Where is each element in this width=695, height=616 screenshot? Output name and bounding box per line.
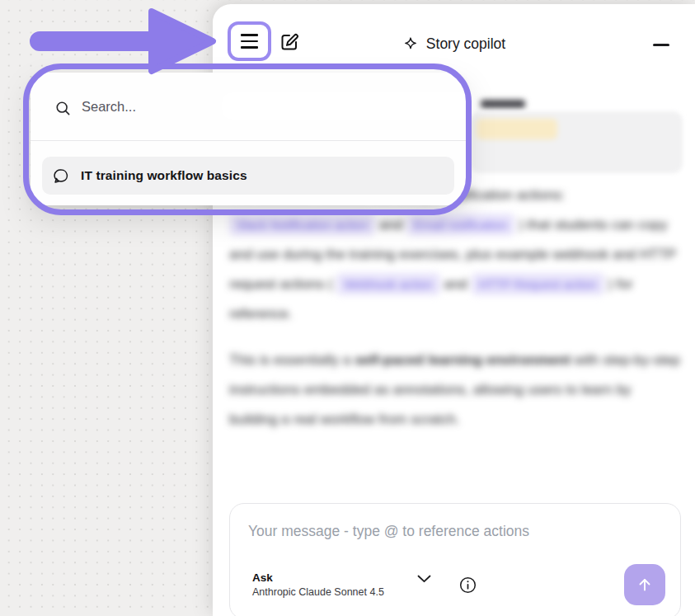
action-reference-chip[interactable]: Webhook action [336, 273, 439, 295]
user-message-bubble [470, 111, 683, 173]
sparkle-icon [402, 36, 419, 53]
paragraph-text: and [375, 217, 406, 233]
minimize-icon[interactable] [653, 44, 669, 46]
model-selector[interactable]: Ask Anthropic Claude Sonnet 4.5 [252, 571, 384, 598]
arrow-up-icon [636, 576, 654, 594]
chat-bubble-icon [54, 168, 69, 184]
paragraph-text: This is essentially a [229, 352, 355, 368]
window-title: Story copilot [213, 35, 695, 53]
info-button[interactable] [459, 576, 477, 594]
action-reference-chip[interactable]: HTTP Request action [472, 273, 604, 295]
page-title: Story copilot [426, 35, 505, 53]
mode-label: Ask [252, 571, 384, 584]
model-name: Anthropic Claude Sonnet 4.5 [252, 586, 384, 598]
message-input[interactable]: Your message - type @ to reference actio… [248, 523, 529, 540]
search-icon [55, 101, 71, 116]
action-reference-chip[interactable]: Slack Notification action [229, 214, 375, 236]
assistant-message: The workflow includes two sample notific… [229, 181, 683, 451]
blurred-message-label [481, 100, 525, 108]
chat-history-dropdown: IT training workflow basics [31, 73, 466, 205]
chat-history-item-label: IT training workflow basics [81, 168, 247, 183]
assistant-paragraph: This is essentially a self-paced learnin… [229, 346, 683, 435]
composer-toolbar: Ask Anthropic Claude Sonnet 4.5 [252, 563, 665, 606]
blurred-highlight-chip [477, 119, 557, 139]
model-selector-chevron[interactable] [417, 575, 431, 583]
search-row [31, 73, 466, 141]
message-composer[interactable]: Your message - type @ to reference actio… [229, 503, 681, 616]
send-button[interactable] [624, 564, 665, 605]
paragraph-text: and [440, 276, 472, 292]
search-input[interactable] [82, 92, 218, 120]
bold-text: self-paced learning environment [355, 352, 571, 368]
info-icon [459, 576, 477, 594]
action-reference-chip[interactable]: Email notification [406, 214, 514, 236]
chat-history-item[interactable]: IT training workflow basics [42, 157, 454, 195]
chevron-down-icon [417, 575, 431, 583]
blurred-redaction [227, 97, 467, 115]
